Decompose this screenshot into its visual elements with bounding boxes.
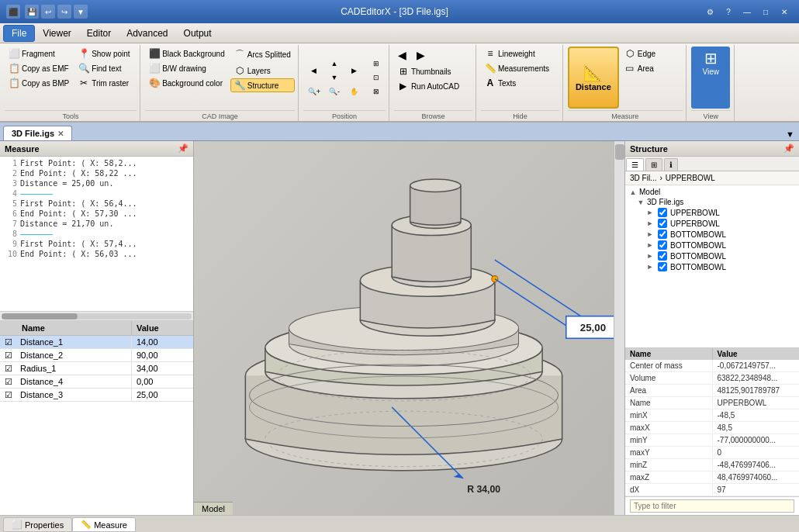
tree-node-bb2[interactable]: ► BOTTOMBOWL: [627, 240, 797, 250]
filter-input[interactable]: [630, 499, 794, 513]
pan-left-button[interactable]: ◀: [305, 57, 323, 84]
lineweight-button[interactable]: ≡ Lineweight: [481, 47, 559, 60]
prop-row-4[interactable]: Name UPPERBOWL: [625, 397, 799, 409]
zoom-all-button[interactable]: ⊡: [367, 71, 386, 84]
zoom-select-button[interactable]: ⊠: [367, 85, 386, 98]
show-point-button[interactable]: 📍 Show point: [74, 47, 137, 60]
table-row-3[interactable]: ☑ Radius_1 34,00: [0, 362, 193, 375]
menu-advanced[interactable]: Advanced: [119, 26, 175, 41]
run-autocad-button[interactable]: ▶ Run AutoCAD: [394, 79, 472, 93]
tab-dropdown-icon[interactable]: ▼: [781, 128, 799, 140]
table-row-2[interactable]: ☑ Distance_2 90,00: [0, 349, 193, 362]
info-tab[interactable]: ℹ: [664, 158, 678, 171]
close-button[interactable]: ✕: [776, 5, 793, 19]
settings-icon[interactable]: ⚙: [701, 5, 718, 19]
menu-editor[interactable]: Editor: [79, 26, 119, 41]
area-button[interactable]: ▭ Area: [621, 61, 683, 75]
arcs-split-button[interactable]: ⌒ Arcs Splitted: [230, 47, 295, 63]
tree-node-bb3[interactable]: ► BOTTOMBOWL: [627, 250, 797, 261]
prop-row-9[interactable]: minZ -48,476997406...: [625, 459, 799, 472]
pan-right-button[interactable]: ▶: [345, 57, 364, 84]
menu-output[interactable]: Output: [176, 26, 220, 41]
tab-3d-file[interactable]: 3D File.igs ✕: [3, 126, 72, 140]
redo-icon[interactable]: ↪: [57, 5, 71, 19]
maximize-button[interactable]: □: [757, 5, 774, 19]
structure-button[interactable]: 🔧 Structure: [230, 78, 295, 92]
tree-tab[interactable]: ☰: [626, 158, 644, 171]
breadcrumb-current[interactable]: UPPERBOWL: [666, 174, 715, 182]
prop-row-1[interactable]: Center of mass -0,0672149757...: [625, 360, 799, 372]
tree-node-ub1[interactable]: ► UPPERBOWL: [627, 207, 797, 218]
canvas-scrollbar[interactable]: [614, 141, 624, 515]
tree-node-model[interactable]: ▲ Model: [627, 187, 797, 197]
tree-check-ub1[interactable]: [658, 208, 667, 217]
tree-check-bb2[interactable]: [658, 240, 667, 250]
distance-button[interactable]: 📐 Distance: [568, 47, 619, 109]
dropdown-icon[interactable]: ▼: [74, 5, 88, 19]
zoom-in-button[interactable]: 🔍+: [305, 85, 323, 98]
pan-down-button[interactable]: ▼: [325, 71, 344, 84]
save-icon[interactable]: 💾: [25, 5, 39, 19]
trim-raster-button[interactable]: ✂ Trim raster: [74, 76, 137, 90]
prop-row-5[interactable]: minX -48,5: [625, 409, 799, 422]
prop-row-10[interactable]: maxZ 48,4769974060...: [625, 472, 799, 484]
table-row-5[interactable]: ☑ Distance_3 25,00: [0, 389, 193, 402]
model-tab[interactable]: Model: [194, 502, 233, 515]
black-bg-button[interactable]: ⬛ Black Background: [145, 47, 229, 60]
tab-close-icon[interactable]: ✕: [57, 130, 64, 138]
tree-arrow-file[interactable]: ▼: [636, 199, 645, 206]
bg-color-button[interactable]: 🎨 Background color: [145, 76, 229, 90]
tree-node-bb4[interactable]: ► BOTTOMBOWL: [627, 261, 797, 272]
help-icon[interactable]: ?: [720, 5, 737, 19]
tree-node-bb1[interactable]: ► BOTTOMBOWL: [627, 229, 797, 240]
structure-pin-icon[interactable]: 📌: [783, 143, 794, 154]
table-row-4[interactable]: ☑ Distance_4 0,00: [0, 375, 193, 389]
prop-row-11[interactable]: dX 97: [625, 484, 799, 496]
fragment-button[interactable]: ⬜ Fragment: [5, 47, 73, 60]
tree-arrow-bb4[interactable]: ►: [645, 263, 655, 271]
measure-tab[interactable]: 📏 Measure: [72, 517, 136, 532]
tree-node-ub2[interactable]: ► UPPERBOWL: [627, 218, 797, 229]
menu-viewer[interactable]: Viewer: [35, 26, 78, 41]
row-check-1[interactable]: ☑: [0, 337, 17, 347]
next-button[interactable]: ▶: [413, 47, 430, 64]
tree-check-ub2[interactable]: [658, 219, 667, 228]
grid-tab[interactable]: ⊞: [645, 158, 662, 171]
row-check-3[interactable]: ☑: [0, 364, 17, 374]
edge-button[interactable]: ⬡ Edge: [621, 47, 683, 60]
row-check-5[interactable]: ☑: [0, 390, 17, 400]
copy-emf-button[interactable]: 📋 Copy as EMF: [5, 61, 73, 75]
menu-file[interactable]: File: [3, 25, 35, 42]
minimize-button[interactable]: —: [738, 5, 756, 19]
row-check-2[interactable]: ☑: [0, 351, 17, 361]
tree-arrow-ub2[interactable]: ►: [645, 219, 655, 227]
tree-node-file[interactable]: ▼ 3D File.igs: [627, 197, 797, 207]
prev-button[interactable]: ◀: [394, 47, 411, 64]
tree-check-bb4[interactable]: [658, 262, 667, 271]
3d-viewport[interactable]: 25,00 R 34,00: [194, 141, 614, 515]
prop-row-8[interactable]: maxY 0: [625, 447, 799, 459]
hand-button[interactable]: ✋: [345, 85, 364, 98]
properties-tab[interactable]: ⬜ Properties: [3, 517, 72, 532]
canvas-area[interactable]: 25,00 R 34,00 Model: [194, 141, 614, 515]
layers-button[interactable]: ⬡ Layers: [230, 64, 295, 78]
tree-arrow-bb1[interactable]: ►: [645, 230, 655, 238]
texts-button[interactable]: A Texts: [481, 76, 559, 90]
tree-check-bb1[interactable]: [658, 230, 667, 239]
thumbnails-button[interactable]: ⊞ Thumbnails: [394, 64, 472, 78]
zoom-window-button[interactable]: ⊞: [367, 57, 386, 70]
pan-up-button[interactable]: ▲: [325, 57, 344, 70]
copy-bmp-button[interactable]: 📋 Copy as BMP: [5, 76, 73, 90]
row-check-4[interactable]: ☑: [0, 377, 17, 387]
tree-arrow-ub1[interactable]: ►: [645, 209, 655, 216]
table-row-1[interactable]: ☑ Distance_1 14,00: [0, 336, 193, 349]
bw-drawing-button[interactable]: ⬜ B/W drawing: [145, 61, 229, 75]
tree-arrow-bb3[interactable]: ►: [645, 252, 655, 260]
measure-scrollbar[interactable]: [0, 312, 193, 321]
prop-row-6[interactable]: maxX 48,5: [625, 422, 799, 434]
find-text-button[interactable]: 🔍 Find text: [74, 61, 137, 75]
breadcrumb-root[interactable]: 3D Fil...: [630, 174, 656, 182]
undo-icon[interactable]: ↩: [41, 5, 55, 19]
pin-icon[interactable]: 📌: [178, 143, 189, 154]
prop-row-7[interactable]: minY -77,000000000...: [625, 434, 799, 447]
